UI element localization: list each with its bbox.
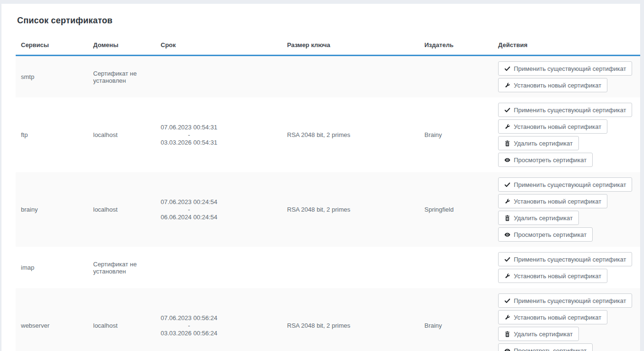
button-label: Просмотреть сертификат — [514, 347, 586, 351]
check-icon — [504, 66, 510, 72]
column-header-actions: Действия — [493, 41, 640, 56]
button-label: Удалить сертификат — [514, 331, 573, 338]
column-header-issuer: Издатель — [419, 41, 493, 56]
issuer-cell — [419, 56, 493, 98]
apply-existing-certificate-button[interactable]: Применить существующий сертификат — [498, 177, 632, 192]
button-label: Просмотреть сертификат — [514, 156, 586, 164]
check-icon — [504, 107, 510, 113]
actions-cell: Применить существующий сертификат Устано… — [493, 288, 640, 351]
term-cell: 07.06.2023 00:24:54 - 06.06.2024 00:24:5… — [155, 172, 282, 247]
apply-existing-certificate-button[interactable]: Применить существующий сертификат — [498, 252, 632, 266]
page-title: Список сертификатов — [17, 16, 640, 26]
button-label: Удалить сертификат — [514, 214, 573, 222]
check-icon — [504, 182, 510, 188]
eye-icon — [504, 157, 510, 163]
key-size-cell: RSA 2048 bit, 2 primes — [282, 288, 419, 351]
date-range-separator: - — [161, 131, 217, 139]
wrench-icon — [504, 273, 510, 279]
button-label: Установить новый сертификат — [514, 273, 601, 280]
key-size-cell — [282, 247, 419, 288]
trash-icon — [504, 140, 510, 146]
eye-icon — [504, 232, 510, 238]
term-cell — [155, 56, 282, 98]
actions-cell: Применить существующий сертификат Устано… — [493, 172, 640, 247]
valid-to: 06.06.2024 00:24:54 — [161, 214, 217, 221]
date-range-separator: - — [161, 322, 217, 330]
term-cell: 07.06.2023 00:54:31 - 03.03.2026 00:54:3… — [155, 98, 282, 172]
view-certificate-button[interactable]: Просмотреть сертификат — [498, 153, 593, 167]
service-cell: smtp — [16, 56, 88, 98]
table-row: smtp Сертификат не установлен Применить … — [16, 56, 640, 98]
domain-cell: Сертификат не установлен — [88, 56, 155, 98]
table-row: ftp localhost 07.06.2023 00:54:31 - 03.0… — [16, 98, 640, 172]
domain-cell: localhost — [88, 288, 155, 351]
valid-from: 07.06.2023 00:54:31 — [161, 124, 217, 131]
check-icon — [504, 298, 510, 304]
button-label: Применить существующий сертификат — [514, 181, 626, 188]
issuer-cell: Brainy — [419, 288, 493, 351]
domain-cell: Сертификат не установлен — [88, 247, 155, 288]
actions-cell: Применить существующий сертификат Устано… — [493, 56, 640, 98]
delete-certificate-button[interactable]: Удалить сертификат — [498, 327, 579, 341]
validity-period: 07.06.2023 00:54:31 - 03.03.2026 00:54:3… — [161, 124, 217, 146]
term-cell — [155, 247, 282, 288]
apply-existing-certificate-button[interactable]: Применить существующий сертификат — [498, 103, 632, 117]
trash-icon — [504, 215, 510, 221]
column-header-term: Срок — [155, 41, 282, 56]
apply-existing-certificate-button[interactable]: Применить существующий сертификат — [498, 61, 632, 76]
certificates-table: Сервисы Домены Срок Размер ключа Издател… — [16, 41, 640, 351]
button-label: Просмотреть сертификат — [514, 231, 586, 238]
wrench-icon — [504, 82, 510, 88]
actions-cell: Применить существующий сертификат Устано… — [493, 247, 640, 288]
key-size-cell: RSA 2048 bit, 2 primes — [282, 172, 419, 247]
service-cell: imap — [16, 247, 88, 288]
apply-existing-certificate-button[interactable]: Применить существующий сертификат — [498, 293, 632, 308]
wrench-icon — [504, 314, 510, 321]
delete-certificate-button[interactable]: Удалить сертификат — [498, 136, 579, 150]
table-row: webserver localhost 07.06.2023 00:56:24 … — [16, 288, 640, 351]
button-label: Применить существующий сертификат — [514, 107, 626, 114]
install-new-certificate-button[interactable]: Установить новый сертификат — [498, 119, 607, 134]
install-new-certificate-button[interactable]: Установить новый сертификат — [498, 78, 607, 92]
button-label: Установить новый сертификат — [514, 198, 601, 205]
actions-cell: Применить существующий сертификат Устано… — [493, 98, 640, 172]
term-cell: 07.06.2023 00:56:24 - 03.03.2026 00:56:2… — [155, 288, 282, 351]
button-label: Установить новый сертификат — [514, 82, 601, 89]
table-row: brainy localhost 07.06.2023 00:24:54 - 0… — [16, 172, 640, 247]
button-label: Установить новый сертификат — [514, 123, 601, 130]
column-header-domains: Домены — [88, 41, 155, 56]
install-new-certificate-button[interactable]: Установить новый сертификат — [498, 269, 607, 283]
delete-certificate-button[interactable]: Удалить сертификат — [498, 211, 579, 225]
button-label: Применить существующий сертификат — [514, 65, 626, 72]
trash-icon — [504, 331, 510, 337]
install-new-certificate-button[interactable]: Установить новый сертификат — [498, 310, 607, 324]
key-size-cell: RSA 2048 bit, 2 primes — [282, 98, 419, 172]
domain-cell: localhost — [88, 98, 155, 172]
button-label: Применить существующий сертификат — [514, 256, 626, 263]
view-certificate-button[interactable]: Просмотреть сертификат — [498, 227, 593, 242]
service-cell: ftp — [16, 98, 88, 172]
key-size-cell — [282, 56, 419, 98]
button-label: Удалить сертификат — [514, 140, 573, 147]
wrench-icon — [504, 198, 510, 205]
button-label: Применить существующий сертификат — [514, 297, 626, 304]
view-certificate-button[interactable]: Просмотреть сертификат — [498, 343, 593, 351]
install-new-certificate-button[interactable]: Установить новый сертификат — [498, 194, 607, 208]
column-header-services: Сервисы — [16, 41, 88, 56]
service-cell: webserver — [16, 288, 88, 351]
validity-period: 07.06.2023 00:24:54 - 06.06.2024 00:24:5… — [161, 198, 217, 221]
date-range-separator: - — [161, 206, 217, 214]
valid-to: 03.03.2026 00:56:24 — [161, 330, 217, 337]
table-header-row: Сервисы Домены Срок Размер ключа Издател… — [16, 41, 640, 56]
valid-to: 03.03.2026 00:54:31 — [161, 139, 217, 146]
valid-from: 07.06.2023 00:56:24 — [161, 314, 217, 322]
service-cell: brainy — [16, 172, 88, 247]
valid-from: 07.06.2023 00:24:54 — [161, 198, 217, 206]
check-icon — [504, 256, 510, 263]
issuer-cell: Springfield — [419, 172, 493, 247]
column-header-key-size: Размер ключа — [282, 41, 419, 56]
issuer-cell — [419, 247, 493, 288]
table-row: imap Сертификат не установлен Применить … — [16, 247, 640, 288]
domain-cell: localhost — [88, 172, 155, 247]
issuer-cell: Brainy — [419, 98, 493, 172]
